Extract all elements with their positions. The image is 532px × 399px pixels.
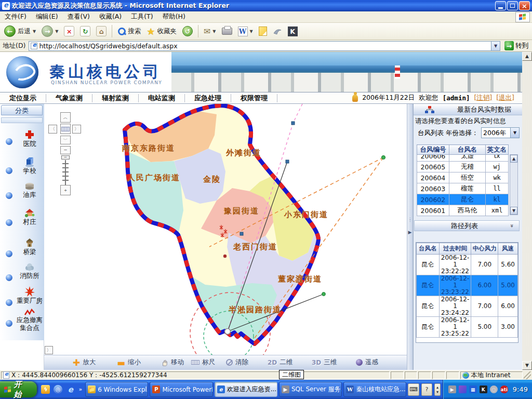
search-button[interactable]: 搜索 (115, 26, 143, 37)
restore-button[interactable] (507, 1, 518, 10)
address-input[interactable] (39, 42, 491, 50)
scroll-down-icon[interactable]: ▼ (522, 361, 532, 370)
menu-favorites[interactable]: 收藏(A) (95, 11, 126, 23)
map-zoom-out-button[interactable]: ▬缩小 (117, 358, 141, 367)
table-row[interactable]: 200604 悟空 wk (417, 172, 509, 183)
taskbar-window-explorer-group[interactable]: 📁 6 Windows Expl... ▼ (85, 382, 148, 397)
extent-button[interactable] (60, 124, 71, 134)
sidebar-item-fire-station[interactable]: 消防所 (16, 261, 43, 280)
map-clear-button[interactable]: 清除 (226, 358, 248, 367)
favorites-button[interactable]: ★ 收藏夹 (144, 25, 179, 38)
nav-tab-weather[interactable]: 气象监测 (46, 94, 92, 102)
table-row[interactable]: 200601 西马伦 xml (417, 205, 509, 216)
tray-antivirus-icon[interactable]: K (480, 385, 487, 393)
scroll-up-icon[interactable]: ▲ (522, 52, 532, 61)
nav-tab-emergency[interactable]: 应急处理 (185, 94, 231, 102)
table-row[interactable]: 昆仑 2006-12-123:25:22 5.00 3.00 (417, 317, 518, 338)
logout-link[interactable]: [注销] (474, 94, 492, 102)
nav-tab-position[interactable]: 定位显示 (0, 94, 46, 102)
zoom-out-button[interactable]: ─ (60, 146, 71, 154)
sidebar-item-bridge[interactable]: 桥梁 (16, 237, 43, 256)
scroll-up-icon[interactable]: ▲ (510, 155, 517, 163)
layer-orb-icon[interactable] (6, 299, 12, 306)
k-tool-button[interactable]: K (286, 25, 300, 37)
back-button[interactable]: ← 后退 ▼ (2, 24, 38, 38)
mail-button[interactable]: ✉▼ (202, 25, 218, 37)
table-row-selected[interactable]: 200602 昆仑 kl (417, 194, 509, 205)
district-map[interactable] (44, 104, 407, 370)
sidebar-header[interactable]: 分类 (1, 105, 43, 115)
tray-network-icon[interactable] (459, 385, 467, 393)
taskbar-sql-server[interactable]: ▶ SQL Server 服务... (279, 382, 342, 397)
layer-orb-icon[interactable] (6, 320, 12, 327)
typhoon-list-label[interactable]: 台风列表 (418, 129, 444, 138)
menu-file[interactable]: 文件(F) (0, 11, 31, 23)
map-remote-sensing-button[interactable]: 遥感 (356, 358, 378, 367)
typhoon-list-scrollbar[interactable]: ▲ ▼ (510, 154, 518, 215)
menu-tools[interactable]: 工具(T) (126, 11, 157, 23)
stop-button[interactable]: × (62, 25, 76, 37)
table-row[interactable]: 200603 榴莲 ll (417, 183, 509, 194)
table-row[interactable]: 昆仑 2006-12-123:24:22 7.00 6.00 (417, 296, 518, 317)
quicklaunch-media-icon[interactable]: ϟ (41, 385, 50, 394)
panel-splitter[interactable]: ∶∶ ▶ (407, 104, 413, 370)
zoom-slider-thumb[interactable]: ─ (61, 155, 70, 159)
help-button[interactable]: ? (421, 383, 432, 396)
layer-orb-icon[interactable] (6, 192, 12, 199)
print-button[interactable] (220, 26, 234, 36)
refresh-button[interactable]: ↻ (78, 25, 92, 37)
map-3d-button[interactable]: 3D三维 (312, 358, 337, 367)
sidebar-item-hospital[interactable]: 医院 (16, 129, 43, 148)
map-zoom-in-button[interactable]: ✚放大 (73, 358, 96, 367)
tray-ati-icon[interactable]: ati (500, 385, 508, 393)
back-dropdown-icon[interactable]: ▼ (33, 29, 36, 34)
sidebar-item-village[interactable]: 村庄 (16, 207, 43, 225)
edit-word-button[interactable]: W▼ (236, 25, 255, 37)
year-dropdown-icon[interactable]: ▼ (510, 128, 519, 138)
address-dropdown-icon[interactable]: ▼ (491, 42, 500, 50)
input-method-button[interactable]: ⌨ (408, 383, 419, 396)
quicklaunch-overflow-icon[interactable]: » (78, 386, 82, 393)
path-list-bar[interactable]: 路径列表 » (414, 220, 520, 231)
map-panel[interactable]: 南京东路街道 外滩街道 人民广场街道 金陵 豫园街道 小东门街道 老西门街道 董… (44, 104, 407, 370)
taskbar-active-browser[interactable]: e 欢迎进入应急资... (215, 382, 277, 397)
tray-sql-icon[interactable]: ▶ (448, 385, 456, 393)
tray-volume-icon[interactable]: ◌ (490, 385, 498, 393)
year-select[interactable]: 2006年 ▼ (481, 127, 520, 138)
pan-up-button[interactable]: ︿ (60, 112, 71, 123)
taskbar-clock[interactable]: 9:49 (513, 385, 528, 393)
layer-orb-icon[interactable] (6, 250, 12, 257)
tray-chevron-icon[interactable]: ▴▾ (434, 383, 441, 396)
pan-right-button[interactable]: 〉 (72, 125, 81, 134)
map-ruler-button[interactable]: 标尺 (191, 358, 215, 367)
home-button[interactable]: ⌂ (94, 25, 109, 37)
menu-edit[interactable]: 编辑(E) (31, 11, 63, 23)
go-button[interactable]: → 转到 (502, 41, 530, 50)
menu-view[interactable]: 查看(V) (63, 11, 95, 23)
address-field[interactable]: ▼ (29, 41, 500, 51)
sidebar-item-school[interactable]: 学校 (16, 156, 43, 175)
close-button[interactable]: × (519, 1, 530, 10)
taskbar-powerpoint[interactable]: P Microsoft PowerP... (150, 382, 212, 397)
nav-tab-station[interactable]: 电站监测 (139, 94, 185, 102)
table-row[interactable]: 昆仑 2006-12-123:22:22 7.00 5.60 (417, 255, 518, 275)
messenger-button[interactable] (257, 25, 269, 37)
chevron-down-icon[interactable]: » (509, 224, 515, 228)
map-2d-button[interactable]: 2D二维 (268, 358, 292, 367)
nav-tab-permission[interactable]: 权限管理 (231, 94, 277, 102)
snagit-button[interactable] (271, 26, 284, 36)
quicklaunch-ie-icon[interactable]: e (66, 385, 75, 394)
map-pan-button[interactable]: 移动 (161, 358, 184, 367)
pan-left-button[interactable]: 〈 (48, 125, 57, 134)
quicklaunch-msn-icon[interactable]: ◎ (54, 385, 62, 394)
layer-orb-icon[interactable] (6, 274, 12, 281)
history-button[interactable]: ↺ (180, 25, 195, 37)
sidebar-item-oil-depot[interactable]: 油库 (16, 180, 43, 198)
sidebar-item-evac-point[interactable]: 应急撤离集合点 (15, 309, 45, 331)
nav-tab-radiation[interactable]: 辐射监测 (92, 94, 139, 102)
exit-link[interactable]: [退出] (496, 94, 514, 102)
zoom-in-button[interactable]: ＋ (60, 185, 71, 195)
tray-grid-icon[interactable]: ▦ (469, 385, 477, 393)
layer-orb-icon[interactable] (6, 138, 12, 145)
expand-right-button[interactable]: 〉 (45, 346, 53, 354)
